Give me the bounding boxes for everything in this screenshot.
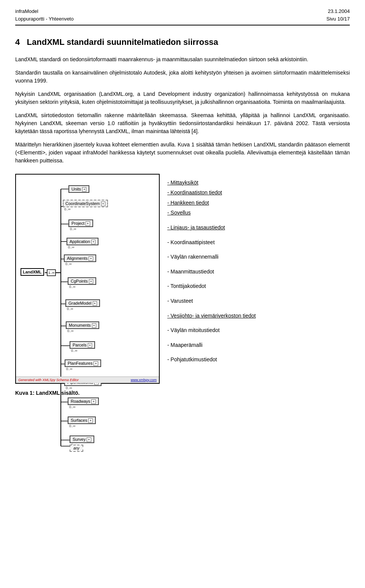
roadways-row: Roadways + 0..∞	[68, 397, 99, 409]
coordinatesystem-row: CoordinateSystem + 0..∞	[63, 200, 108, 211]
list-item-12: - Maaperämalli	[167, 340, 350, 350]
footer-right-text: www.xmlspy.com	[131, 378, 157, 382]
list-item-5: - Koordinaattipisteet	[167, 237, 350, 248]
figure-caption: Kuva 1: LandXML sisältö.	[15, 390, 350, 396]
paragraph-2: Standardin taustalla on kansainvälinen o…	[15, 69, 350, 85]
figure-area: 1..∞	[15, 174, 350, 384]
element-list-content: - Mittayksiköt - Koordinaatiston tiedot …	[167, 178, 350, 365]
paragraph-1: LandXML standardi on tiedonsiirtoformaat…	[15, 56, 350, 64]
list-item-11: - Väylän mitoitustiedot	[167, 325, 350, 335]
project-row: Project + 0..∞	[68, 219, 93, 231]
schema-diagram: 1..∞	[15, 174, 160, 384]
paragraph-4: LandXML siirtotiedoston tietomallin rake…	[15, 111, 350, 135]
list-item-2: - Hankkeen tiedot	[167, 198, 350, 208]
date: 23.1.2004	[327, 8, 350, 15]
chapter-heading: 4 LandXML standardi suunnitelmatiedon si…	[15, 37, 350, 48]
cgpoints-row: CgPoints + 0..∞	[68, 277, 96, 289]
paragraph-3: Nykyisin LandXML organisaation (LandXML.…	[15, 90, 350, 106]
list-item-9: - Varusteet	[167, 296, 350, 306]
units-row: Units +	[68, 185, 89, 193]
report-title: Loppuraportti - Yhteenveto	[15, 15, 74, 23]
page-number: Sivu 10/17	[327, 15, 350, 23]
list-item-3: - Sovellus	[167, 208, 350, 218]
list-item-10: - Vesijohto- ja viemäriverkoston tiedot	[167, 311, 350, 321]
list-item-4: - Linjaus- ja tasaustiedot	[167, 222, 350, 233]
svg-text:1..∞: 1..∞	[48, 271, 54, 275]
surfaces-row: Surfaces + 0..∞	[68, 416, 96, 428]
list-item-7: - Maanmittaustiedot	[167, 267, 350, 277]
page: infraModel Loppuraportti - Yhteenveto 23…	[0, 0, 365, 411]
any-box: any	[70, 445, 83, 452]
paragraph-5: Määrittelyn hierarkkinen jäsentely kuvaa…	[15, 141, 350, 165]
header: infraModel Loppuraportti - Yhteenveto 23…	[15, 8, 350, 25]
element-list: - Mittayksiköt - Koordinaatiston tiedot …	[167, 174, 350, 365]
chapter-number: 4	[15, 37, 20, 47]
planfeatures-row: PlanFeatures + 0..∞	[65, 359, 101, 371]
footer-left-text: Generated with XMLSpy Schema Editor	[18, 378, 79, 382]
header-left: infraModel Loppuraportti - Yhteenveto	[15, 8, 74, 22]
application-row: Application + 0..∞	[67, 238, 98, 249]
landxml-box: LandXML	[21, 268, 44, 276]
list-item-13: - Pohjatutkimustiedot	[167, 354, 350, 365]
schema-footer: Generated with XMLSpy Schema Editor www.…	[16, 377, 159, 383]
schema-inner: 1..∞	[19, 178, 156, 372]
list-item-6: - Väylän rakennemalli	[167, 252, 350, 262]
grademodel-row: GradeModel + 0..∞	[65, 299, 100, 311]
chapter-title: LandXML standardi suunnitelmatiedon siir…	[27, 37, 218, 47]
list-item-0: - Mittayksiköt	[167, 178, 350, 188]
list-item-1: - Koordinaatiston tiedot	[167, 188, 350, 198]
list-item-8: - Tonttijakotiedot	[167, 281, 350, 291]
alignments-row: Alignments + 0..∞	[64, 254, 96, 266]
app-name: infraModel	[15, 8, 74, 15]
header-right: 23.1.2004 Sivu 10/17	[327, 8, 350, 22]
monuments-row: Monuments + 0..∞	[66, 321, 99, 333]
parcels-row: Parcels + 0..∞	[70, 341, 95, 353]
